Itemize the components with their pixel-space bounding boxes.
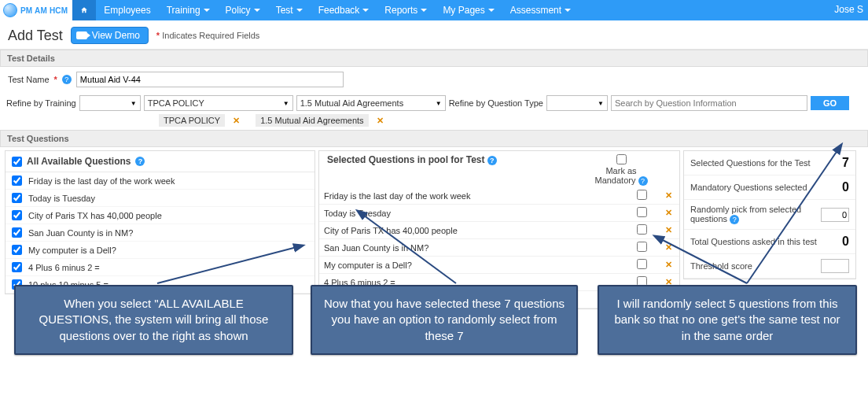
summary-value: 0 (842, 235, 849, 249)
remove-question-button[interactable]: ✕ (657, 187, 679, 205)
available-questions-panel: All Available Questions ? Friday is the … (5, 150, 315, 294)
remove-question-button[interactable]: ✕ (657, 205, 679, 222)
nav-test[interactable]: Test (268, 0, 311, 20)
current-user: Jose S (834, 4, 863, 15)
sel-label: 1.5 Mutual Aid Agreements (300, 98, 403, 108)
chevron-down-icon: ▼ (131, 100, 137, 107)
nav-label: My Pages (443, 5, 484, 16)
available-question-row: City of Paris TX has 40,000 people (6, 207, 314, 224)
remove-training-chip[interactable]: ✕ (228, 116, 245, 126)
callout-mid: Now that you have selected these 7 quest… (311, 285, 578, 355)
help-icon[interactable]: ? (135, 157, 145, 166)
remove-question-button[interactable]: ✕ (657, 222, 679, 239)
mandatory-checkbox[interactable] (637, 190, 647, 200)
mandatory-checkbox[interactable] (637, 207, 647, 217)
chip-label: 1.5 Mutual Aid Agreements (260, 116, 363, 125)
chevron-down-icon (296, 9, 303, 12)
selected-question-row: City of Paris TX has 40,000 people✕ (319, 222, 679, 239)
available-question-row: Friday is the last day of the work week (6, 172, 314, 190)
go-button[interactable]: GO (811, 96, 849, 110)
label-refine-training: Refine by Training (6, 98, 76, 108)
globe-icon (3, 3, 17, 17)
help-icon[interactable]: ? (487, 156, 497, 165)
question-text: Today is Tuesday (319, 205, 626, 222)
row-test-name: Test Name * ? (0, 67, 868, 92)
mandatory-checkbox[interactable] (637, 259, 647, 269)
nav-training[interactable]: Training (159, 0, 218, 20)
question-checkbox[interactable] (12, 245, 22, 255)
summary-label: Randomly pick from selected questions (690, 205, 801, 224)
summary-value: 0 (842, 180, 849, 194)
chip-label: TPCA POLICY (164, 116, 220, 125)
mark-all-mandatory-checkbox[interactable] (616, 154, 627, 164)
nav-label: Test (276, 5, 293, 16)
selected-question-row: Friday is the last day of the work week✕ (319, 187, 679, 205)
nav-label: Employees (104, 5, 150, 16)
summary-mandatory: Mandatory Questions selected 0 (684, 175, 855, 200)
summary-value: 7 (842, 156, 849, 170)
summary-label: Selected Questions for the Test (690, 158, 811, 168)
search-question-input[interactable] (611, 95, 807, 111)
filter-chip-training: TPCA POLICY (159, 114, 225, 127)
help-icon[interactable]: ? (62, 75, 72, 84)
qtype-select[interactable]: ▼ (546, 95, 608, 111)
remove-subtraining-chip[interactable]: ✕ (372, 116, 388, 126)
nav-policy[interactable]: Policy (218, 0, 268, 20)
chevron-down-icon (204, 9, 210, 12)
question-checkbox[interactable] (12, 262, 22, 272)
training-category-select[interactable]: TPCA POLICY▼ (144, 95, 293, 111)
remove-question-button[interactable]: ✕ (657, 257, 679, 274)
help-icon[interactable]: ? (730, 215, 739, 224)
page-title: Add Test (8, 28, 63, 44)
question-text: Friday is the last day of the work week (28, 176, 175, 186)
home-icon (80, 5, 88, 16)
page-bar: Add Test View Demo * Indicates Required … (0, 20, 868, 50)
callout-right: I will randomly select 5 questions from … (598, 285, 857, 355)
mandatory-checkbox[interactable] (637, 224, 647, 235)
training-subcategory-select[interactable]: 1.5 Mutual Aid Agreements▼ (296, 95, 446, 111)
mandatory-checkbox[interactable] (637, 242, 647, 252)
summary-total: Total Questions asked in this test 0 (684, 230, 855, 254)
section-test-questions: Test Questions (0, 130, 868, 147)
threshold-input[interactable] (821, 259, 849, 273)
question-checkbox[interactable] (12, 227, 22, 238)
help-icon[interactable]: ? (638, 176, 648, 186)
view-demo-button[interactable]: View Demo (71, 27, 149, 44)
available-question-row: Today is Tuesday (6, 190, 314, 207)
summary-random: Randomly pick from selected questions ? (684, 200, 855, 230)
mandatory-cell (626, 205, 657, 222)
brand-logo: PM AM HCM (0, 0, 72, 20)
chevron-down-icon (565, 9, 571, 12)
select-all-questions-checkbox[interactable] (12, 157, 22, 167)
nav-label: Policy (226, 5, 251, 16)
nav-mypages[interactable]: My Pages (435, 0, 502, 20)
mark-mandatory-label: Mark as Mandatory (594, 166, 636, 185)
mandatory-cell (626, 257, 657, 274)
nav-reports[interactable]: Reports (377, 0, 435, 20)
test-name-input[interactable] (76, 72, 344, 87)
label-refine-qtype: Refine by Question Type (449, 98, 543, 108)
selected-question-row: Today is Tuesday✕ (319, 205, 679, 222)
chevron-down-icon (421, 9, 427, 12)
selected-question-row: My computer is a Dell?✕ (319, 257, 679, 274)
question-checkbox[interactable] (12, 193, 22, 203)
chevron-down-icon: ▼ (598, 100, 604, 107)
nav-feedback[interactable]: Feedback (311, 0, 377, 20)
training-select[interactable]: ▼ (79, 95, 141, 111)
home-button[interactable] (72, 0, 96, 20)
remove-question-button[interactable]: ✕ (657, 239, 679, 257)
question-text: City of Paris TX has 40,000 people (319, 222, 626, 239)
selected-question-row: San Juan County is in NM?✕ (319, 239, 679, 257)
label-test-name: Test Name (8, 75, 50, 84)
camera-icon (76, 31, 87, 39)
question-text: My computer is a Dell? (28, 246, 116, 255)
question-checkbox[interactable] (12, 210, 22, 220)
chevron-down-icon (362, 9, 369, 12)
nav-employees[interactable]: Employees (96, 0, 158, 20)
nav-assessment[interactable]: Assessment (502, 0, 579, 20)
callout-left: When you select "ALL AVAILABLE QUESTIONS… (14, 285, 293, 355)
available-questions-title: All Available Questions (27, 156, 131, 167)
question-checkbox[interactable] (12, 175, 22, 186)
mandatory-cell (626, 187, 657, 205)
random-count-input[interactable] (821, 208, 849, 222)
